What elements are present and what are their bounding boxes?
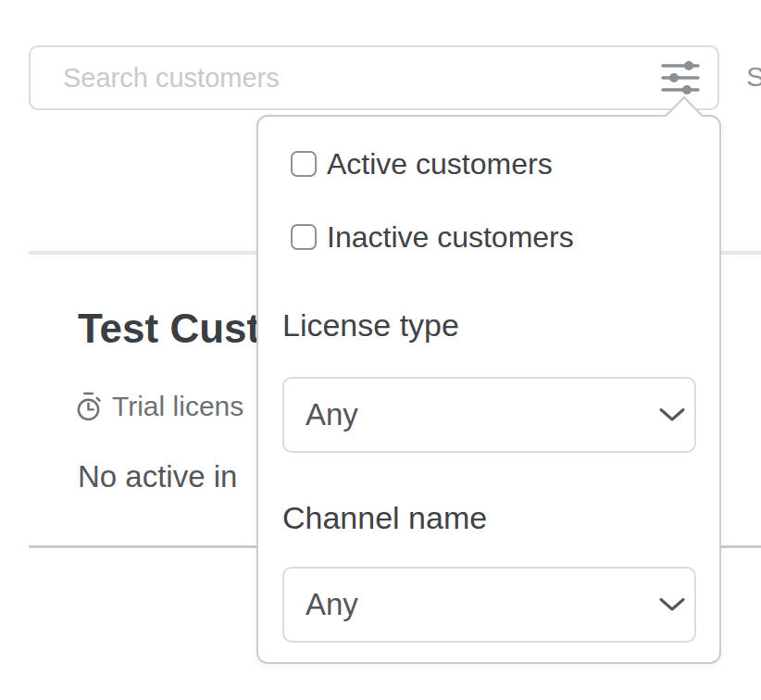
filter-button[interactable] bbox=[658, 57, 703, 98]
chevron-down-icon bbox=[659, 598, 685, 612]
sort-label[interactable]: S bbox=[746, 61, 761, 93]
checkbox-label: Inactive customers bbox=[327, 220, 574, 255]
license-type-label: License type bbox=[282, 306, 459, 344]
filter-popover: Active customers Inactive customers Lice… bbox=[256, 115, 721, 664]
license-text: Trial licens bbox=[112, 391, 243, 422]
filter-option-active-customers[interactable]: Active customers bbox=[291, 141, 553, 187]
search-field bbox=[29, 45, 719, 110]
customer-name-heading: Test Cust bbox=[78, 306, 260, 352]
license-row: Trial licens bbox=[74, 391, 243, 422]
active-customers-checkbox[interactable] bbox=[291, 151, 317, 177]
channel-name-label: Channel name bbox=[282, 499, 487, 537]
sliders-icon bbox=[660, 59, 701, 96]
filter-option-inactive-customers[interactable]: Inactive customers bbox=[291, 214, 574, 260]
customers-page: S Test Cust Trial licens No active in Ac… bbox=[0, 0, 761, 700]
chevron-down-icon bbox=[659, 408, 685, 422]
stopwatch-icon bbox=[74, 391, 103, 422]
channel-name-select-value: Any bbox=[284, 587, 358, 622]
search-input[interactable] bbox=[31, 47, 717, 108]
license-type-select-value: Any bbox=[284, 397, 358, 432]
license-type-select[interactable]: Any bbox=[282, 377, 696, 453]
integration-status-text: No active in bbox=[78, 459, 237, 494]
channel-name-select[interactable]: Any bbox=[282, 567, 696, 643]
inactive-customers-checkbox[interactable] bbox=[291, 224, 317, 250]
checkbox-label: Active customers bbox=[327, 147, 553, 181]
